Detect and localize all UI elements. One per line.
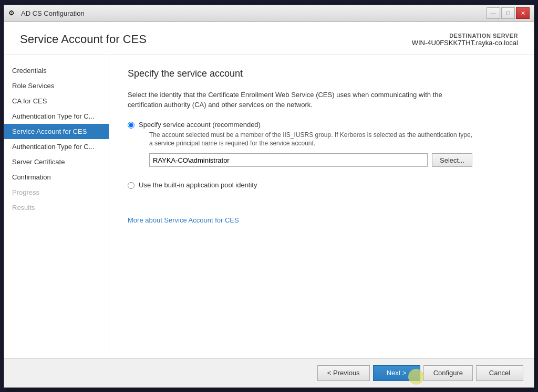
minimize-button[interactable]: — xyxy=(487,7,500,19)
sidebar-item[interactable]: Confirmation xyxy=(4,169,109,185)
radio-builtin-label: Use the built-in application pool identi… xyxy=(139,181,257,189)
next-button[interactable]: Next > xyxy=(373,365,420,381)
account-input[interactable] xyxy=(149,153,428,167)
destination-server-info: DESTINATION SERVER WIN-4U0FSKK7THT.rayka… xyxy=(412,33,518,47)
app-icon: ⚙ xyxy=(8,9,17,17)
radio-builtin[interactable] xyxy=(128,182,134,189)
radio-specify-content: Specify service account (recommended) Th… xyxy=(139,121,475,175)
page-header: Service Account for CES DESTINATION SERV… xyxy=(4,22,534,55)
sidebar-item[interactable]: Server Certificate xyxy=(4,154,109,169)
radio-specify-label: Specify service account (recommended) xyxy=(139,121,475,129)
sidebar-item[interactable]: Authentication Type for C... xyxy=(4,109,109,124)
main-window: ⚙ AD CS Configuration — □ ✕ Service Acco… xyxy=(4,5,534,388)
sidebar-item[interactable]: Credentials xyxy=(4,63,109,78)
select-button[interactable]: Select... xyxy=(432,153,472,167)
title-bar-left: ⚙ AD CS Configuration xyxy=(8,9,85,17)
footer: < Previous Next > Configure Cancel xyxy=(4,358,534,387)
window-title: AD CS Configuration xyxy=(21,9,85,17)
sidebar-item[interactable]: Role Services xyxy=(4,78,109,93)
window-controls: — □ ✕ xyxy=(487,7,530,19)
more-link[interactable]: More about Service Account for CES xyxy=(128,216,239,224)
destination-server-label: DESTINATION SERVER xyxy=(412,33,518,39)
previous-button[interactable]: < Previous xyxy=(317,365,370,381)
configure-button[interactable]: Configure xyxy=(423,365,473,381)
sidebar: CredentialsRole ServicesCA for CESAuthen… xyxy=(4,55,109,358)
radio-specify-description: The account selected must be a member of… xyxy=(149,131,475,149)
cancel-button[interactable]: Cancel xyxy=(476,365,523,381)
title-bar: ⚙ AD CS Configuration — □ ✕ xyxy=(4,5,534,22)
sidebar-item[interactable]: CA for CES xyxy=(4,93,109,109)
sidebar-item: Results xyxy=(4,200,109,215)
description-text: Select the identity that the Certificate… xyxy=(128,90,469,110)
cursor-highlight xyxy=(408,369,424,385)
radio-option-specify: Specify service account (recommended) Th… xyxy=(128,121,515,175)
destination-server-value: WIN-4U0FSKK7THT.rayka-co.local xyxy=(412,39,518,47)
close-button[interactable]: ✕ xyxy=(516,7,530,19)
main-content: Specify the service account Select the i… xyxy=(109,55,534,358)
maximize-button[interactable]: □ xyxy=(501,7,515,19)
section-title: Specify the service account xyxy=(128,68,515,79)
account-input-row: Select... xyxy=(149,153,475,167)
radio-specify[interactable] xyxy=(128,122,134,129)
sidebar-item: Progress xyxy=(4,185,109,200)
content-area: CredentialsRole ServicesCA for CESAuthen… xyxy=(4,55,534,358)
radio-option-builtin: Use the built-in application pool identi… xyxy=(128,181,515,189)
sidebar-item[interactable]: Service Account for CES xyxy=(4,124,109,139)
page-title: Service Account for CES xyxy=(20,33,147,46)
sidebar-item[interactable]: Authentication Type for C... xyxy=(4,139,109,154)
